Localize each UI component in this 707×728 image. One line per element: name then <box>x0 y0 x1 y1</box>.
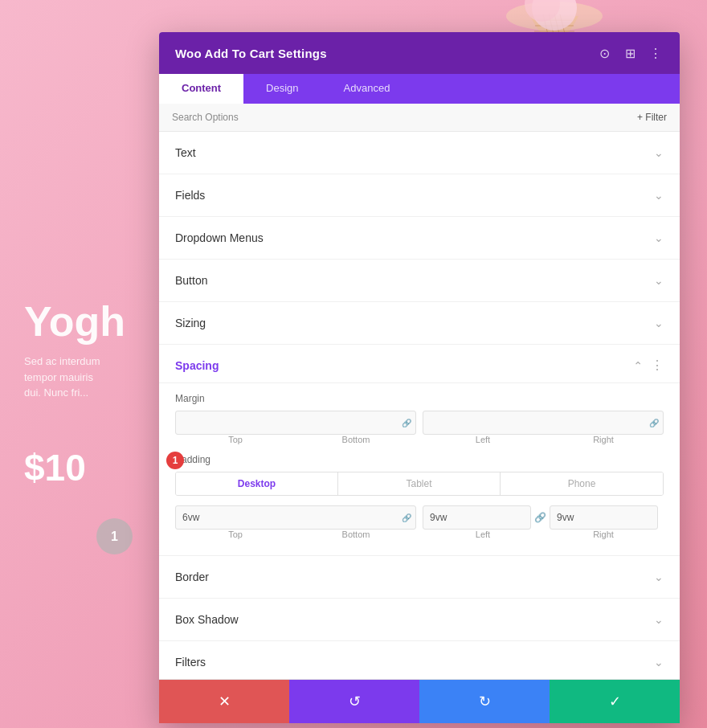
tab-content[interactable]: Content <box>159 74 243 104</box>
section-spacing-header[interactable]: Spacing ⌄ ⋮ <box>159 345 680 383</box>
filter-button[interactable]: + Filter <box>637 112 667 123</box>
padding-top-bottom-wrapper: 🔗 <box>175 505 416 530</box>
tab-advanced[interactable]: Advanced <box>321 74 413 104</box>
modal-header: Woo Add To Cart Settings ⊙ ⊞ ⋮ <box>159 32 680 74</box>
margin-right-label: Right <box>543 435 664 444</box>
chevron-border-icon: ⌄ <box>654 571 664 583</box>
device-tab-phone[interactable]: Phone <box>501 472 663 495</box>
device-tab-desktop[interactable]: Desktop <box>176 472 338 495</box>
link-margin-tb-icon: 🔗 <box>402 419 411 427</box>
section-spacing-label: Spacing <box>175 359 219 372</box>
save-button[interactable]: ✓ <box>550 680 680 723</box>
margin-top-label: Top <box>175 435 296 444</box>
link-margin-lr-icon: 🔗 <box>649 419 659 427</box>
section-dropdown-menus[interactable]: Dropdown Menus ⌄ <box>159 217 680 260</box>
padding-right-label: Right <box>543 530 664 539</box>
margin-bottom-label: Bottom <box>296 435 416 444</box>
section-box-shadow[interactable]: Box Shadow ⌄ <box>159 599 680 641</box>
section-sizing[interactable]: Sizing ⌄ <box>159 302 680 345</box>
padding-right-input[interactable] <box>550 505 658 530</box>
margin-left-right: 🔗 Left Right <box>423 411 664 444</box>
margin-top-input[interactable] <box>175 411 416 435</box>
undo-button[interactable]: ↺ <box>289 680 419 723</box>
modal-panel: Woo Add To Cart Settings ⊙ ⊞ ⋮ Content D… <box>159 32 680 723</box>
section-button[interactable]: Button ⌄ <box>159 260 680 302</box>
chevron-sizing-icon: ⌄ <box>654 317 664 329</box>
modal-header-icons: ⊙ ⊞ ⋮ <box>596 45 664 61</box>
margin-top-bottom-input-wrapper: 🔗 <box>175 411 416 435</box>
tab-design[interactable]: Design <box>243 74 321 104</box>
section-sizing-label: Sizing <box>175 317 206 329</box>
chevron-fields-icon: ⌄ <box>654 189 664 202</box>
margin-left-label: Left <box>423 435 543 444</box>
margin-left-input[interactable] <box>423 411 664 435</box>
chevron-filters-icon: ⌄ <box>654 656 664 669</box>
section-button-label: Button <box>175 274 207 287</box>
search-options-label: Search Options <box>172 112 239 123</box>
padding-left-label: Left <box>423 530 543 539</box>
bg-price-text: $10 <box>24 446 86 489</box>
padding-device-tabs: Desktop Tablet Phone <box>175 472 664 496</box>
margin-grid: 🔗 Top Bottom 🔗 Left Right <box>175 411 664 444</box>
link-padding-lr-icon[interactable]: 🔗 <box>534 512 546 523</box>
padding-lr-wrapper: 🔗 <box>423 505 664 530</box>
padding-bottom-label: Bottom <box>296 530 416 539</box>
more-dots-icon[interactable]: ⋮ <box>648 45 664 61</box>
section-box-shadow-label: Box Shadow <box>175 613 239 626</box>
more-spacing-icon[interactable]: ⋮ <box>651 358 664 373</box>
padding-top-label: Top <box>175 530 296 539</box>
chevron-text-icon: ⌄ <box>654 146 664 159</box>
padding-top-input[interactable] <box>175 505 416 530</box>
padding-label: Padding <box>175 454 664 465</box>
margin-left-right-input-wrapper: 🔗 <box>423 411 664 435</box>
padding-left-input[interactable] <box>423 505 531 530</box>
modal-tabs: Content Design Advanced <box>159 74 680 104</box>
cancel-button[interactable]: ✕ <box>159 680 289 723</box>
notification-badge: 1 <box>166 452 184 469</box>
chevron-button-icon: ⌄ <box>654 274 664 287</box>
padding-grid: 🔗 Top Bottom 🔗 Left Right <box>175 505 664 539</box>
modal-title: Woo Add To Cart Settings <box>175 47 327 60</box>
section-text-label: Text <box>175 146 196 159</box>
search-bar: Search Options + Filter <box>159 104 680 132</box>
device-tab-tablet[interactable]: Tablet <box>338 472 501 495</box>
bottom-toolbar: ✕ ↺ ↻ ✓ <box>159 679 680 723</box>
section-dropdown-label: Dropdown Menus <box>175 231 264 244</box>
spacing-header-actions: ⌄ ⋮ <box>633 358 664 373</box>
section-border-label: Border <box>175 571 209 583</box>
bg-qty: 1 <box>96 518 133 554</box>
bg-yogh-text: Yogh <box>24 297 125 346</box>
section-text[interactable]: Text ⌄ <box>159 132 680 174</box>
link-padding-tb-icon: 🔗 <box>402 513 411 522</box>
section-border[interactable]: Border ⌄ <box>159 556 680 599</box>
margin-top-bottom: 🔗 Top Bottom <box>175 411 416 444</box>
margin-label: Margin <box>175 393 664 404</box>
chevron-box-shadow-icon: ⌄ <box>654 613 664 626</box>
spacing-expanded: Margin 🔗 Top Bottom 🔗 <box>159 393 680 556</box>
redo-button[interactable]: ↻ <box>419 680 550 723</box>
padding-top-bottom: 🔗 Top Bottom <box>175 505 416 539</box>
target-icon[interactable]: ⊙ <box>596 45 612 61</box>
chevron-dropdown-icon: ⌄ <box>654 231 664 244</box>
chevron-spacing-icon: ⌄ <box>633 359 643 372</box>
bg-sed-text: Sed ac interdumtempor mauirisdui. Nunc f… <box>24 354 100 401</box>
section-filters-label: Filters <box>175 656 206 669</box>
section-fields[interactable]: Fields ⌄ <box>159 174 680 217</box>
settings-content[interactable]: Text ⌄ Fields ⌄ Dropdown Menus ⌄ Button … <box>159 132 680 679</box>
section-filters[interactable]: Filters ⌄ <box>159 641 680 679</box>
padding-left-right: 🔗 Left Right <box>423 505 664 539</box>
section-fields-label: Fields <box>175 189 205 202</box>
columns-icon[interactable]: ⊞ <box>622 45 638 61</box>
